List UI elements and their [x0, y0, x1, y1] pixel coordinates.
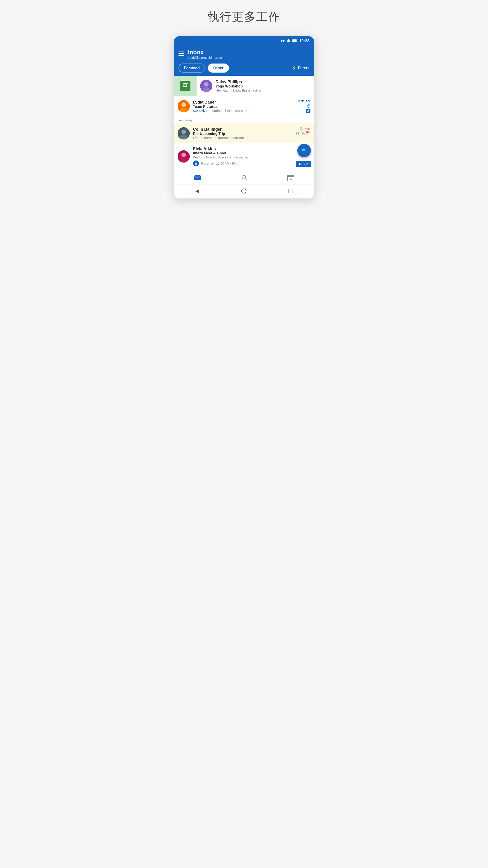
rsvp-button[interactable]: RSVP [296, 161, 311, 167]
subject-colin: Re: Upcoming Trip [193, 132, 293, 136]
email-main-lydia: Lydia Bauer Team Pictures @Katri, I uplo… [193, 100, 295, 113]
svg-rect-4 [178, 52, 184, 52]
svg-marker-0 [287, 39, 291, 42]
event-row-elvia: ▦ Tomorrow, 11:00 AM (30m) [193, 160, 297, 166]
android-recent-button[interactable] [289, 189, 293, 193]
android-nav: ◀ [174, 184, 314, 198]
svg-point-17 [182, 129, 186, 134]
phone-frame: ▾▾ 10:28 [174, 36, 314, 198]
count-badge-lydia: 2 [306, 109, 311, 113]
page-title: 執行更多工作 [207, 9, 281, 25]
nav-calendar[interactable]: 18 [287, 174, 294, 181]
preview-colin: I found these restaurants near our... [193, 136, 261, 140]
android-back-button[interactable]: ◀ [195, 188, 199, 194]
archive-icon [183, 83, 188, 89]
email-item-lydia[interactable]: Lydia Bauer Team Pictures @Katri, I uplo… [174, 96, 314, 116]
email-list: Daisy Phillips Yoga Workshop Hey Katri, … [174, 76, 314, 171]
nav-search[interactable] [241, 175, 248, 181]
mention-highlight-lydia: @Katri, [193, 109, 205, 113]
filters-button[interactable]: ⚡ Filters [292, 66, 310, 70]
preview-lydia: @Katri, I uploaded all the pictures fro.… [193, 109, 261, 113]
svg-rect-3 [297, 40, 297, 41]
email-item-elvia[interactable]: Elvia Atkins Intern Meet & Greet We look… [174, 143, 314, 171]
calendar-small-icon: ▦ [195, 162, 197, 165]
email-main-daisy: Daisy Phillips Yoga Workshop Hey Katri, … [216, 80, 311, 92]
signal-icon [287, 39, 291, 43]
avatar-colin [177, 127, 190, 140]
count-colin: 3 [308, 136, 311, 140]
email-meta-colin: Sunday @ 📎 🚩 3 [296, 127, 311, 140]
time-colin: Sunday [300, 127, 311, 130]
tab-focused[interactable]: Focused [178, 64, 205, 72]
wifi-icon: ▾▾ [281, 38, 285, 43]
compose-fab[interactable]: ✏ [297, 144, 311, 157]
email-item-colin[interactable]: Colin Ballinger Re: Upcoming Trip I foun… [174, 123, 314, 143]
svg-rect-8 [184, 85, 187, 87]
svg-text:18: 18 [289, 178, 292, 180]
svg-rect-6 [178, 55, 184, 56]
status-time: 10:28 [299, 39, 310, 43]
hamburger-icon[interactable] [178, 51, 184, 57]
nav-mail[interactable] [194, 175, 201, 181]
sender-elvia: Elvia Atkins [193, 147, 297, 151]
email-content-swiped: Daisy Phillips Yoga Workshop Hey Katri, … [197, 76, 314, 96]
tab-other[interactable]: Other [208, 64, 229, 72]
event-icon-elvia: ▦ [193, 160, 199, 166]
subject-lydia: Team Pictures [193, 105, 295, 109]
email-main-elvia: Elvia Atkins Intern Meet & Greet We look… [193, 147, 297, 166]
battery-icon [292, 39, 297, 43]
avatar-elvia [177, 150, 190, 162]
email-meta-lydia: 8:31 AM @ 2 [298, 99, 311, 113]
sender-lydia: Lydia Bauer [193, 100, 295, 105]
svg-line-24 [245, 179, 247, 180]
subject-elvia: Intern Meet & Greet [193, 151, 297, 155]
bottom-nav: 18 [174, 171, 314, 184]
archive-icon-box [180, 81, 191, 91]
svg-rect-9 [184, 85, 186, 86]
bolt-icon: ⚡ [292, 66, 297, 70]
icon-badges-colin: @ 📎 🚩 [296, 131, 311, 135]
paperclip-icon-colin: 📎 [300, 131, 305, 135]
compose-icon: ✏ [302, 147, 306, 154]
app-bar-subtitle: katri@lucernpubintl.com [188, 56, 222, 59]
avatar-lydia [177, 100, 190, 112]
svg-rect-7 [183, 83, 188, 84]
app-bar-title-area: Inbox katri@lucernpubintl.com [188, 49, 222, 59]
sender-daisy: Daisy Phillips [216, 80, 311, 84]
app-bar-title: Inbox [188, 49, 222, 56]
email-main-colin: Colin Ballinger Re: Upcoming Trip I foun… [193, 127, 293, 140]
status-icons: ▾▾ 10:28 [281, 38, 310, 43]
at-icon-colin: @ [296, 131, 300, 135]
svg-rect-5 [178, 53, 184, 54]
time-lydia: 8:31 AM [298, 99, 311, 103]
svg-rect-26 [288, 175, 294, 177]
swipe-action-archive [174, 76, 197, 96]
avatar-daisy [200, 80, 213, 92]
at-icon-lydia: @ [307, 104, 311, 108]
android-home-button[interactable] [241, 188, 246, 193]
svg-point-14 [182, 102, 186, 107]
preview-elvia: We look forward to welcoming our fa [193, 155, 261, 159]
subject-daisy: Yoga Workshop [216, 84, 311, 88]
flag-icon-colin: 🚩 [306, 131, 311, 135]
preview-daisy: Hey Katri, I know this is last m [216, 88, 283, 92]
status-bar: ▾▾ 10:28 [174, 36, 314, 46]
svg-point-20 [182, 153, 186, 157]
svg-point-11 [204, 82, 208, 87]
filters-label: Filters [298, 66, 310, 70]
app-bar: Inbox katri@lucernpubintl.com [174, 46, 314, 62]
event-time-elvia: Tomorrow, 11:00 AM (30m) [201, 162, 238, 165]
tabs-bar: Focused Other ⚡ Filters [174, 62, 314, 76]
section-label-yesterday: Yesterday [174, 116, 314, 123]
sender-colin: Colin Ballinger [193, 127, 293, 132]
svg-rect-2 [293, 40, 296, 41]
email-item-swiped[interactable]: Daisy Phillips Yoga Workshop Hey Katri, … [174, 76, 314, 96]
preview-text-lydia: I uploaded all the pictures fro... [206, 109, 252, 113]
